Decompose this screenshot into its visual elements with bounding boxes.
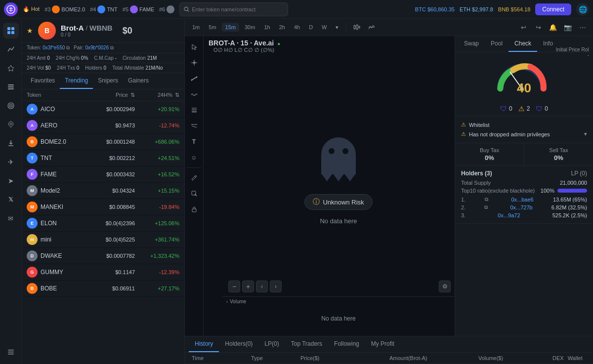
globe-icon[interactable]: 🌐: [576, 3, 589, 16]
time-d[interactable]: D: [305, 23, 316, 32]
wave-tool[interactable]: [187, 87, 201, 101]
nav-left-btn[interactable]: ‹: [256, 281, 268, 292]
redo-btn[interactable]: ↪: [532, 21, 545, 34]
zoom-out-btn[interactable]: −: [228, 281, 240, 292]
token-row[interactable]: BBOBE$0.06911+27.17%: [22, 281, 184, 297]
indicator-btn[interactable]: [365, 21, 378, 34]
bottom-tab-myprofit[interactable]: My Profit: [365, 336, 400, 352]
candle-type-btn[interactable]: [350, 21, 363, 34]
col-change[interactable]: 24H% ⇅: [135, 92, 179, 98]
token-price-cell: $0.0001248: [85, 139, 135, 145]
time-2h[interactable]: 2h: [276, 23, 289, 32]
holder-addr-3[interactable]: 0x...9a72: [498, 212, 520, 218]
token-logo-aico: A: [27, 104, 38, 115]
zoom-area-tool[interactable]: [187, 187, 201, 201]
token-price-cell: $0.06911: [85, 285, 135, 291]
svg-point-1: [184, 7, 188, 10]
lock-tool[interactable]: [187, 202, 201, 216]
tab-gainers[interactable]: Gainers: [123, 73, 154, 89]
ghost-body: [321, 137, 356, 174]
cursor-tool[interactable]: [187, 40, 201, 54]
token-row[interactable]: BBOME2.0$0.0001248+686.06%: [22, 134, 184, 150]
bottom-tab-holders[interactable]: Holders(0): [219, 336, 258, 352]
token-row[interactable]: MMANEKI$0.008845-19.84%: [22, 199, 184, 215]
measure-tool[interactable]: [187, 119, 201, 133]
copy-pair-addr[interactable]: ⧉: [110, 45, 114, 50]
connect-button[interactable]: Connect: [535, 3, 571, 15]
undo-btn[interactable]: ↩: [517, 21, 530, 34]
time-1h[interactable]: 1h: [260, 23, 273, 32]
hot-token-fame[interactable]: #5 FAME: [123, 5, 154, 13]
sidebar-icon-star[interactable]: [3, 60, 19, 76]
token-row[interactable]: GGUMMY$0.1147-12.39%: [22, 264, 184, 281]
sidebar-icon-twitter[interactable]: 𝕏: [3, 192, 19, 207]
expand-security-btn[interactable]: ▾: [584, 131, 587, 137]
token-row[interactable]: DDWAKE$0.0007782+1,323.42%: [22, 248, 184, 264]
sidebar-icon-rocket[interactable]: [3, 117, 19, 132]
holder-item-2: 2. ⧉ 0x...727b 6.82M (32.5%): [461, 203, 587, 211]
col-price[interactable]: Price ⇅: [85, 92, 135, 98]
token-row[interactable]: TTNT$0.002212+24.51%: [22, 150, 184, 166]
screenshot-btn[interactable]: 📷: [561, 21, 574, 34]
bottom-tab-toptraders[interactable]: Top Traders: [285, 336, 328, 352]
sidebar-icon-chart[interactable]: [3, 41, 19, 57]
chart-main: BROT-A · 15 · Ave.ai ● O∅ H∅ L∅ C∅ ∅ (∅%…: [204, 36, 455, 336]
sidebar-icon-telegram[interactable]: ✈: [3, 154, 19, 170]
bottom-tab-following[interactable]: Following: [328, 336, 365, 352]
chart-settings-btn[interactable]: ⚙: [439, 281, 451, 292]
right-tab-swap[interactable]: Swap: [458, 36, 485, 52]
token-row[interactable]: EELON$0.0(4)2396+125.06%: [22, 215, 184, 232]
time-5m[interactable]: 5m: [205, 23, 219, 32]
token-header-info: ★ B Brot-A / WBNB 0 / 0 $0: [22, 19, 184, 43]
pencil-tool[interactable]: [187, 171, 201, 185]
sidebar-icon-list[interactable]: [3, 79, 19, 95]
tab-trending[interactable]: Trending: [60, 73, 93, 89]
bottom-tab-lp[interactable]: LP(0): [258, 336, 285, 352]
token-row[interactable]: MModel2$0.04324+15.15%: [22, 183, 184, 199]
sidebar-icon-home[interactable]: [3, 23, 19, 39]
more-btn[interactable]: ⋯: [576, 21, 589, 34]
time-30m[interactable]: 30m: [241, 23, 258, 32]
time-15m[interactable]: 15m: [222, 23, 239, 32]
token-row[interactable]: FFAME$0.0003432+16.52%: [22, 166, 184, 183]
sidebar-icon-settings[interactable]: [3, 344, 19, 360]
hot-token-tnt[interactable]: #4 TNT: [90, 5, 118, 13]
holder-addr-2[interactable]: 0x...727b: [510, 204, 532, 210]
search-input[interactable]: [192, 6, 284, 12]
time-w[interactable]: W: [318, 23, 330, 32]
nav-right-btn[interactable]: ›: [270, 281, 282, 292]
sidebar-icon-email[interactable]: ✉: [3, 210, 19, 226]
fib-tool[interactable]: [187, 103, 201, 117]
bottom-tab-history[interactable]: History: [189, 336, 219, 352]
emoji-tool[interactable]: ☺: [187, 151, 201, 164]
token-row[interactable]: AAICO$0.0002949+20.91%: [22, 101, 184, 118]
tab-snipers[interactable]: Snipers: [93, 73, 123, 89]
favorite-star[interactable]: ★: [27, 27, 33, 35]
token-price-cell: $0.04324: [85, 188, 135, 194]
right-tab-check[interactable]: Check: [508, 36, 537, 52]
token-row[interactable]: mmini$0.0(4)5225+361.74%: [22, 232, 184, 248]
hot-token-bome[interactable]: #3 BOME2.0: [44, 5, 85, 13]
sidebar-icon-download[interactable]: [3, 135, 19, 151]
sidebar-icon-send[interactable]: ➤: [3, 173, 19, 189]
sidebar-icon-target[interactable]: [3, 98, 19, 114]
time-1m[interactable]: 1m: [189, 23, 203, 32]
token-name-text: AICO: [41, 106, 55, 113]
right-tab-pool[interactable]: Pool: [485, 36, 508, 52]
col-amount: Amount(Brot-A): [387, 355, 476, 361]
line-tool[interactable]: [187, 72, 201, 85]
hot-token-6[interactable]: #6: [159, 5, 174, 13]
zoom-in-btn[interactable]: +: [242, 281, 254, 292]
token-row[interactable]: AAERO$0.9473-12.74%: [22, 118, 184, 134]
tab-favorites[interactable]: Favorites: [26, 73, 60, 89]
alert-btn[interactable]: 🔔: [547, 21, 559, 34]
holder-addr-1[interactable]: 0x...bae6: [511, 197, 533, 202]
time-4h[interactable]: 4h: [291, 23, 303, 32]
search-box[interactable]: [179, 2, 288, 16]
copy-token-addr[interactable]: ⧉: [66, 45, 70, 50]
admin-icon: ⚠: [461, 131, 466, 137]
text-tool[interactable]: T: [187, 135, 201, 149]
crosshair-tool[interactable]: [187, 56, 201, 70]
time-more[interactable]: ▾: [332, 23, 342, 32]
volume-label[interactable]: ‹ Volume: [222, 297, 455, 306]
